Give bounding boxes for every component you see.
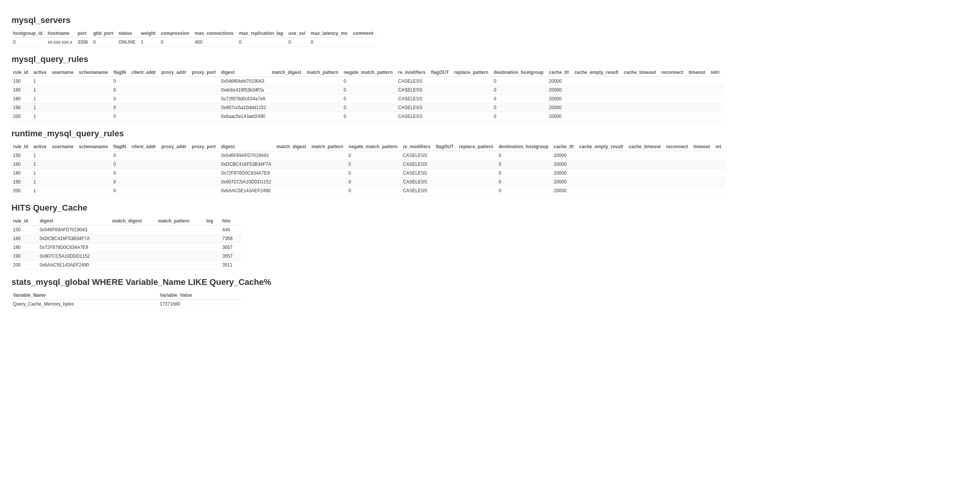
column-header-max_replication_lag: max_replication_lag — [237, 29, 287, 38]
table-cell — [665, 178, 692, 186]
table-cell — [310, 178, 347, 186]
table-cell: 3557 — [221, 252, 241, 261]
table-cell — [665, 186, 692, 195]
table-cell — [50, 160, 77, 169]
table-cell — [130, 103, 160, 112]
table-cell: 0xDCBC416F53B34F7A — [38, 234, 111, 243]
mysql-query-rules-title: mysql_query_rules — [11, 54, 969, 64]
table-cell — [205, 243, 221, 252]
column-header-match_pattern: match_pattern — [305, 68, 342, 77]
column-header-hostgroup_id: hostgroup_id — [11, 29, 46, 38]
table-cell: 0 — [112, 95, 130, 103]
table-cell: 20000 — [547, 86, 573, 95]
table-row: 1900x907CC5A10DDD11523557 — [11, 252, 241, 261]
column-header-digest: digest — [220, 68, 270, 77]
stats-mysql-global-section: stats_mysql_global WHERE Variable_Name L… — [11, 277, 969, 309]
table-row: 160100xdcbc416f53b34f7a0CASELESS020000 — [11, 86, 723, 95]
table-cell — [709, 77, 723, 86]
table-cell — [310, 160, 347, 169]
column-header-proxy_addr: proxy_addr — [160, 68, 190, 77]
table-cell — [430, 77, 453, 86]
table-cell — [160, 151, 190, 160]
table-cell: 20000 — [552, 160, 577, 169]
mysql-servers-table: hostgroup_idhostnameportgtid_portstatusw… — [11, 29, 377, 47]
table-row: 150100x546F69AFD70190430CASELESS020000 — [11, 151, 725, 160]
table-cell: 400 — [193, 38, 237, 47]
table-cell: 0 — [112, 169, 130, 178]
table-cell — [714, 178, 725, 186]
table-cell — [50, 151, 77, 160]
table-cell: 180 — [11, 169, 32, 178]
table-cell — [160, 86, 190, 95]
column-header-comment: comment — [351, 29, 377, 38]
table-cell — [190, 95, 220, 103]
table-cell — [156, 226, 204, 234]
table-cell: 1 — [32, 86, 50, 95]
table-row: 190100x907cc5a10ddd11520CASELESS020000 — [11, 103, 723, 112]
table-cell — [50, 95, 77, 103]
table-cell — [434, 160, 457, 169]
table-cell — [50, 178, 77, 186]
table-cell — [111, 261, 156, 270]
table-cell: 150 — [11, 77, 32, 86]
table-cell — [709, 103, 723, 112]
table-cell — [573, 86, 622, 95]
table-cell — [692, 151, 714, 160]
table-cell — [50, 186, 77, 195]
table-cell: 200 — [11, 112, 32, 121]
table-cell — [457, 178, 497, 186]
table-cell: 0xdcbc416f53b34f7a — [220, 86, 270, 95]
table-cell — [709, 95, 723, 103]
table-cell: 200 — [11, 261, 38, 270]
table-cell — [692, 160, 714, 169]
table-cell — [622, 77, 660, 86]
column-header-compression: compression — [159, 29, 193, 38]
table-cell — [434, 151, 457, 160]
table-row: Query_Cache_Memory_bytes17371680 — [11, 300, 241, 309]
column-header-hostname: hostname — [46, 29, 76, 38]
table-row: 160100xDCBC416F53B34F7A0CASELESS020000 — [11, 160, 725, 169]
table-cell — [50, 86, 77, 95]
table-cell — [622, 103, 660, 112]
table-cell: CASELESS — [401, 160, 434, 169]
table-cell — [573, 95, 622, 103]
table-cell — [156, 261, 204, 270]
runtime-mysql-query-rules-header-row: rule_idactiveusernameschemanameflagINcli… — [11, 142, 725, 151]
table-cell — [573, 77, 622, 86]
column-header-rule_id: rule_id — [11, 68, 32, 77]
table-cell: 20000 — [552, 151, 577, 160]
table-cell — [275, 151, 310, 160]
stats-mysql-global-body: Query_Cache_Memory_bytes17371680 — [11, 300, 241, 309]
table-cell: 0x72F878D0C634A7E9 — [220, 169, 275, 178]
column-header-cache_empty_result: cache_empty_result — [578, 142, 627, 151]
table-cell — [275, 178, 310, 186]
runtime-mysql-query-rules-table: rule_idactiveusernameschemanameflagINcli… — [11, 142, 725, 195]
column-header-proxy_addr: proxy_addr — [160, 142, 190, 151]
table-cell — [627, 178, 665, 186]
column-header-username: username — [50, 142, 77, 151]
table-cell — [692, 186, 714, 195]
table-cell: 0 — [342, 112, 397, 121]
column-header-port: port — [76, 29, 92, 38]
table-cell — [665, 151, 692, 160]
table-cell: 0 — [492, 86, 547, 95]
table-cell — [457, 186, 497, 195]
table-cell — [130, 95, 160, 103]
table-cell: 1 — [32, 186, 50, 195]
table-cell — [452, 103, 492, 112]
table-cell — [205, 234, 221, 243]
table-cell — [310, 169, 347, 178]
column-header-match_digest: match_digest — [111, 217, 156, 226]
table-cell — [275, 169, 310, 178]
table-cell: 200 — [11, 186, 32, 195]
table-cell — [305, 112, 342, 121]
table-cell: 0 — [497, 169, 552, 178]
table-cell: CASELESS — [401, 178, 434, 186]
table-cell — [205, 226, 221, 234]
table-cell: 1 — [32, 103, 50, 112]
table-cell: 1 — [32, 160, 50, 169]
table-cell: 0 — [159, 38, 193, 47]
table-cell — [452, 77, 492, 86]
table-cell: 3306 — [76, 38, 92, 47]
column-header-destination_hostgroup: destination_hostgroup — [492, 68, 547, 77]
